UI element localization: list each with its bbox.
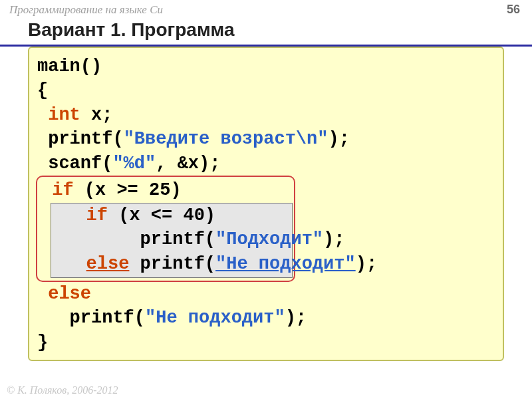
- code-line-4: printf("Введите возраст\n");: [37, 127, 495, 151]
- subject-label: Программирование на языке Си: [9, 3, 163, 17]
- code-line-11: printf("Не подходит");: [37, 306, 495, 330]
- code-line-5: scanf("%d", &x);: [37, 152, 495, 176]
- code-line-1: main(): [37, 55, 495, 78]
- code-line-12: }: [37, 331, 495, 354]
- page-number: 56: [507, 3, 520, 17]
- highlight-box-inner: if (x <= 40) printf("Подходит"); else pr…: [51, 203, 293, 278]
- code-block: main() { int x; printf("Введите возраст\…: [28, 47, 504, 361]
- slide-header: Программирование на языке Си 56: [0, 0, 532, 18]
- footer-copyright: © К. Поляков, 2006-2012: [7, 384, 118, 396]
- code-line-7: if (x <= 40): [54, 203, 289, 227]
- code-line-9: else printf("Не подходит");: [54, 252, 289, 276]
- highlight-box-outer: if (x >= 25) if (x <= 40) printf("Подход…: [36, 176, 295, 282]
- slide-title: Вариант 1. Программа: [0, 18, 532, 47]
- code-line-10: else: [37, 282, 495, 306]
- code-line-8: printf("Подходит");: [54, 227, 289, 251]
- code-line-2: {: [37, 78, 495, 102]
- code-line-6: if (x >= 25): [41, 178, 290, 202]
- code-line-3: int x;: [37, 103, 495, 127]
